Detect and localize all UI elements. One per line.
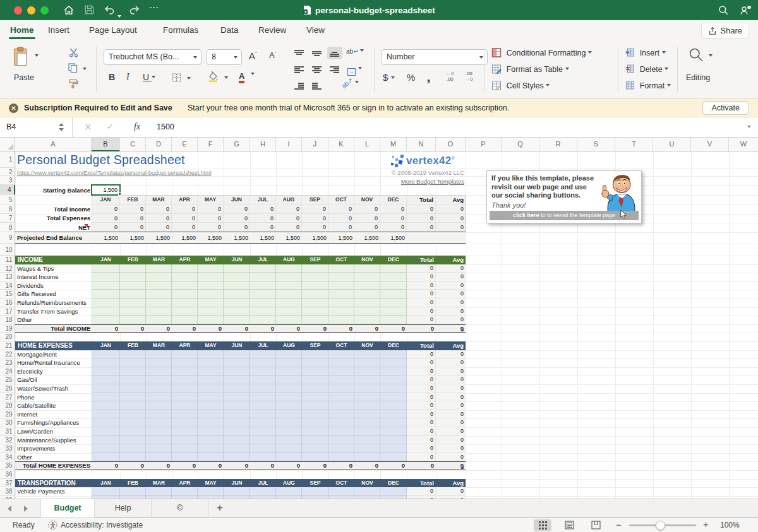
- cell[interactable]: [380, 427, 407, 436]
- cell[interactable]: 0: [354, 204, 380, 214]
- cell[interactable]: [354, 281, 380, 290]
- cell[interactable]: 0: [436, 223, 466, 232]
- cell[interactable]: [224, 487, 250, 496]
- cell[interactable]: [92, 264, 120, 273]
- cell[interactable]: [172, 384, 198, 393]
- cell[interactable]: 0: [407, 461, 436, 470]
- orientation-icon[interactable]: ab↗: [341, 80, 359, 86]
- row-header-2[interactable]: 2: [0, 168, 15, 176]
- cell[interactable]: [172, 264, 198, 273]
- cell[interactable]: [354, 487, 380, 496]
- cell[interactable]: 0: [380, 223, 407, 232]
- cell[interactable]: [302, 281, 328, 290]
- tab-review[interactable]: Review: [258, 25, 286, 35]
- avg-header[interactable]: Avg: [436, 195, 466, 204]
- month-header[interactable]: DEC: [380, 195, 407, 204]
- row-header-9[interactable]: 9: [0, 232, 15, 244]
- tab-home[interactable]: Home: [10, 25, 34, 35]
- cell[interactable]: [92, 290, 120, 299]
- cell[interactable]: 0: [198, 223, 224, 232]
- tab-view[interactable]: View: [306, 25, 325, 35]
- column-header-N[interactable]: N: [407, 138, 436, 151]
- cell[interactable]: 0: [172, 461, 198, 470]
- delete-cells-button[interactable]: Delete: [625, 64, 668, 74]
- cell[interactable]: [354, 393, 380, 402]
- cell[interactable]: 0: [120, 223, 146, 232]
- cell[interactable]: 0: [224, 223, 250, 232]
- cell[interactable]: [198, 375, 224, 384]
- cell[interactable]: [276, 273, 302, 281]
- column-header-F[interactable]: F: [198, 138, 224, 151]
- cell[interactable]: 0: [407, 350, 436, 359]
- decrease-decimal-icon[interactable]: ←0.00: [446, 71, 454, 82]
- row-header-31[interactable]: 31: [0, 427, 15, 436]
- cell[interactable]: [224, 384, 250, 393]
- cell[interactable]: [198, 401, 224, 410]
- row-header-11[interactable]: 11: [0, 256, 15, 264]
- cell[interactable]: [328, 410, 354, 419]
- cell[interactable]: [224, 401, 250, 410]
- row-header-1[interactable]: 1: [0, 151, 15, 168]
- page-break-view-button[interactable]: [587, 519, 605, 531]
- cell[interactable]: [146, 418, 172, 427]
- cell[interactable]: [224, 393, 250, 402]
- column-header-U[interactable]: U: [653, 138, 691, 151]
- cell[interactable]: [198, 367, 224, 376]
- cell[interactable]: [224, 410, 250, 419]
- cell[interactable]: [354, 316, 380, 324]
- column-header-D[interactable]: D: [146, 138, 172, 151]
- font-name-select[interactable]: Trebuchet MS (Bo...: [104, 49, 202, 65]
- column-header-M[interactable]: M: [380, 138, 407, 151]
- cell[interactable]: [92, 273, 120, 281]
- cell[interactable]: [172, 393, 198, 402]
- month-header[interactable]: JAN: [92, 195, 120, 204]
- page-layout-view-button[interactable]: [560, 519, 578, 531]
- row-header-19[interactable]: 19: [0, 324, 15, 333]
- cell[interactable]: 1,500: [328, 232, 354, 244]
- cell[interactable]: [146, 273, 172, 281]
- cell[interactable]: [302, 290, 328, 299]
- cell[interactable]: [146, 401, 172, 410]
- cell[interactable]: [146, 281, 172, 290]
- cell[interactable]: 0: [436, 299, 466, 307]
- cell[interactable]: 0: [407, 384, 436, 393]
- cell[interactable]: 0: [172, 214, 198, 223]
- cell[interactable]: [172, 307, 198, 316]
- cell[interactable]: [250, 367, 276, 376]
- cell[interactable]: [92, 384, 120, 393]
- cell[interactable]: [328, 393, 354, 402]
- cell[interactable]: 0: [198, 204, 224, 214]
- cell[interactable]: [354, 444, 380, 453]
- cell[interactable]: 0: [436, 427, 466, 436]
- row-header-38[interactable]: 38: [0, 487, 15, 496]
- cell[interactable]: 0: [380, 204, 407, 214]
- cell[interactable]: [92, 401, 120, 410]
- spreadsheet-grid[interactable]: Starting BalanceJANFEBMARAPRMAYJUNJULAUG…: [0, 151, 758, 499]
- cell[interactable]: 0: [224, 204, 250, 214]
- font-size-select[interactable]: 8: [207, 49, 242, 65]
- cell[interactable]: [276, 453, 302, 462]
- cell[interactable]: 0: [407, 299, 436, 307]
- cell[interactable]: [302, 401, 328, 410]
- cell[interactable]: [354, 367, 380, 376]
- cell[interactable]: [120, 487, 146, 496]
- cell[interactable]: [276, 410, 302, 419]
- cell[interactable]: 0: [276, 223, 302, 232]
- cell[interactable]: [354, 358, 380, 367]
- row-header-17[interactable]: 17: [0, 307, 15, 316]
- cell[interactable]: [380, 290, 407, 299]
- cell[interactable]: [302, 393, 328, 402]
- cell[interactable]: 0: [436, 264, 466, 273]
- cell[interactable]: [250, 375, 276, 384]
- cell[interactable]: [354, 290, 380, 299]
- tab-data[interactable]: Data: [220, 25, 239, 35]
- cell[interactable]: [172, 375, 198, 384]
- italic-button[interactable]: I: [126, 72, 129, 82]
- cell[interactable]: [380, 316, 407, 324]
- cell[interactable]: [380, 401, 407, 410]
- cell[interactable]: 0: [436, 487, 466, 496]
- cell[interactable]: [120, 264, 146, 273]
- cell[interactable]: 0: [354, 461, 380, 470]
- cell[interactable]: [172, 487, 198, 496]
- cell[interactable]: [380, 358, 407, 367]
